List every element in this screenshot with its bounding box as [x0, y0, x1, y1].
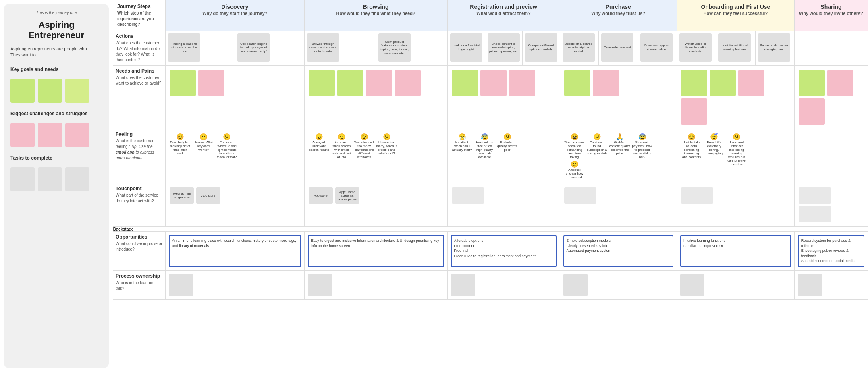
sidebar-description: Aspiring entrepreneurs are people who...… — [10, 46, 102, 58]
feeling-text-p3: Wishful: content quality observes the pr… — [609, 141, 630, 155]
backstage-sharing — [794, 227, 868, 232]
actions-row: Actions What does the customer do? What … — [113, 31, 868, 66]
feeling-r2: 😰 Hesitant: no free or too high-quality … — [474, 133, 495, 159]
feeling-text-o2: Bored: it's extremely boring, unengaging — [704, 141, 725, 155]
feeling-text-p4: Stressed: payment, how to proceed succes… — [632, 141, 653, 159]
action-sticky-p2[interactable]: Complete payment — [601, 33, 633, 62]
action-sticky-o2[interactable]: Look for additional learning features — [718, 33, 751, 62]
feeling-text-p2: Confused: found subscription & pricing m… — [587, 141, 608, 155]
opp-browsing-box[interactable]: Easy-to-digest and inclusive Information… — [308, 235, 444, 267]
process-label: Process ownership — [116, 273, 163, 279]
process-sticky-r — [451, 274, 475, 296]
phase-onboarding-sub: How can they feel successful? — [681, 11, 790, 16]
opp-purchase: Simple subscription models Clearly prese… — [560, 232, 677, 271]
opp-registration-box[interactable]: Affordable options Free content Free tri… — [451, 235, 557, 267]
actions-browsing-2: Skim product features or content, topics… — [376, 31, 447, 66]
action-sticky-p3[interactable]: Download app or stream online — [640, 33, 673, 62]
need-sticky-r3[interactable] — [509, 70, 535, 96]
backstage-browsing — [304, 227, 447, 232]
need-sticky-o3[interactable] — [738, 70, 764, 96]
feeling-emoji-p1: 😩 — [571, 133, 579, 141]
need-sticky-b4[interactable] — [395, 70, 421, 96]
action-sticky-r2[interactable]: Check content to evaluate topics, prices… — [488, 33, 520, 62]
need-sticky-p2[interactable] — [593, 70, 619, 96]
need-sticky-o4[interactable] — [681, 98, 707, 125]
tp-r1 — [452, 187, 484, 204]
need-sticky-d1[interactable] — [170, 70, 196, 96]
opp-purchase-box[interactable]: Simple subscription models Clearly prese… — [563, 235, 673, 267]
feeling-emoji-d2: 😐 — [199, 133, 208, 141]
feeling-emoji-p5: 😕 — [571, 160, 579, 168]
feeling-p1: 😩 Tired: courses seem too demanding and … — [564, 133, 585, 159]
phase-purchase-sub: Why would they trust us? — [564, 11, 673, 16]
feelings-registration: 😤 Impatient: when can I actually start? … — [447, 129, 560, 183]
feelings-sharing — [794, 129, 868, 183]
action-sticky-d2[interactable]: Use search engine to look up keyword 'en… — [237, 33, 270, 62]
actions-browsing-1: Browse through results and choose a site… — [304, 31, 376, 66]
process-registration — [447, 271, 560, 300]
opp-registration: Affordable options Free content Free tri… — [447, 232, 560, 271]
backstage-registration — [447, 227, 560, 232]
feeling-r1: 😤 Impatient: when can I actually start? — [452, 133, 473, 152]
need-sticky-r1[interactable] — [452, 70, 478, 96]
feeling-emoji-o2: 😴 — [710, 133, 718, 141]
process-sharing — [794, 271, 868, 300]
action-sticky-o3[interactable]: Pause or skip when changing bus — [758, 33, 790, 62]
phase-purchase-name: Purchase — [564, 4, 673, 10]
need-sticky-s3[interactable] — [799, 98, 825, 125]
feeling-emoji-o1: 😊 — [687, 133, 696, 141]
journey-steps-header: Journey Steps Which step of the experien… — [113, 0, 166, 31]
feeling-text-r2: Hesitant: no free or too high-quality ne… — [474, 141, 495, 159]
touchpoint-row: Touchpoint What part of the service do t… — [113, 183, 868, 227]
feeling-emoji-r1: 😤 — [458, 133, 466, 141]
opp-browsing: Easy-to-digest and inclusive Information… — [304, 232, 447, 271]
opp-discovery-box[interactable]: An all-in-one learning place with search… — [169, 235, 301, 267]
need-sticky-r2[interactable] — [480, 70, 507, 96]
feeling-text-d1: Tired but glad: making use of time after… — [170, 141, 191, 155]
phase-browsing-sub: How would they find what they need? — [309, 11, 443, 16]
journey-steps-title: Journey Steps — [117, 4, 161, 9]
need-sticky-d2[interactable] — [198, 70, 224, 96]
need-sticky-b1[interactable] — [309, 70, 335, 96]
process-sticky-o — [680, 274, 704, 296]
backstage-onboarding — [677, 227, 795, 232]
opp-onboarding-box[interactable]: Intuitive learning functions Familiar bu… — [680, 235, 791, 267]
opp-sharing-box[interactable]: Reward system for purchase & referrals E… — [798, 235, 864, 267]
need-sticky-p1[interactable] — [564, 70, 590, 96]
need-sticky-s2[interactable] — [827, 70, 853, 96]
touchpoint-purchase — [560, 183, 677, 227]
feelings-discovery: 😊 Tired but glad: making use of time aft… — [166, 129, 305, 183]
need-sticky-o1[interactable] — [681, 70, 707, 96]
opp-label-cell: Opportunities What could we improve or i… — [113, 232, 166, 271]
action-sticky-p1[interactable]: Decide on a course or subscription model — [563, 33, 595, 62]
action-sticky-b2[interactable]: Skim product features or content, topics… — [378, 33, 411, 62]
feeling-text-b3: Overwhelmed: too many platforms and diff… — [354, 141, 375, 159]
opp-label: Opportunities — [116, 234, 163, 240]
need-sticky-b2[interactable] — [337, 70, 363, 96]
action-sticky-d1[interactable]: Finding a place to sit or stand on the b… — [168, 33, 200, 62]
needs-desc: What does the customer want to achieve o… — [116, 75, 163, 86]
tp-s1 — [799, 187, 831, 204]
touchpoint-desc: What part of the service do they interac… — [116, 193, 163, 204]
challenge-sticky-3 — [65, 123, 89, 147]
actions-purchase-1: Decide on a course or subscription model — [560, 31, 599, 66]
need-sticky-s1[interactable] — [799, 70, 825, 96]
need-sticky-b3[interactable] — [366, 70, 392, 96]
actions-onboarding-1: Watch video or listen to audio contents — [677, 31, 716, 66]
tp-d1: Wechat mini programme — [170, 187, 194, 204]
feeling-text-d2: Unsure: What keyword works? — [193, 141, 214, 152]
action-sticky-r1[interactable]: Look for a free trial to get a gist — [450, 33, 482, 62]
phase-discovery-name: Discovery — [170, 4, 300, 10]
feeling-p3: 🙏 Wishful: content quality observes the … — [609, 133, 630, 155]
backstage-row: Backstage — [113, 227, 868, 232]
task-sticky-2 — [38, 167, 62, 191]
process-onboarding — [677, 271, 795, 300]
actions-desc: What does the customer do? What informat… — [116, 40, 163, 63]
journey-steps-desc: Which step of the experience are you des… — [117, 10, 161, 27]
feeling-d3: 😕 Confused: Where to find light contents… — [216, 133, 237, 159]
needs-sharing — [794, 66, 868, 129]
need-sticky-o2[interactable] — [710, 70, 736, 96]
action-sticky-b1[interactable]: Browse through results and choose a site… — [307, 33, 339, 62]
action-sticky-r3[interactable]: Compare different options mentally — [525, 33, 557, 62]
action-sticky-o1[interactable]: Watch video or listen to audio contents — [679, 33, 712, 62]
